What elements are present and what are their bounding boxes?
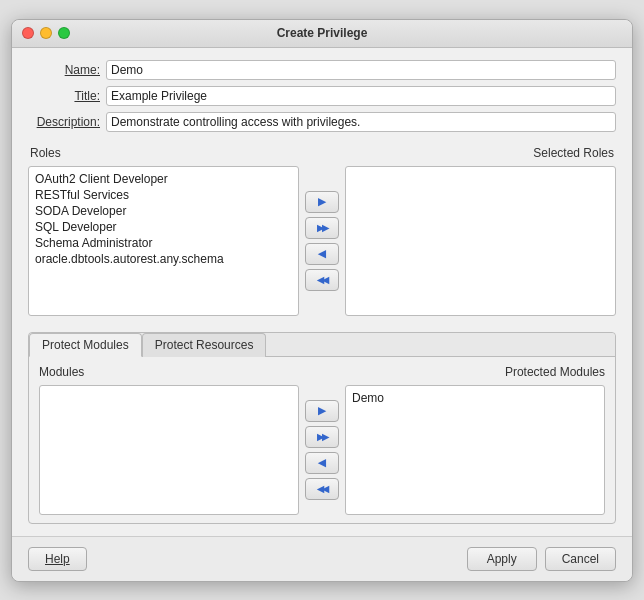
modules-transfer-buttons: [303, 400, 341, 500]
footer-right-buttons: Apply Cancel: [467, 547, 616, 571]
selected-roles-list[interactable]: [345, 166, 616, 316]
window-title: Create Privilege: [277, 26, 368, 40]
tab-bar: Protect Modules Protect Resources: [29, 333, 615, 357]
window-controls: [22, 27, 70, 39]
list-item[interactable]: oracle.dbtools.autorest.any.schema: [31, 251, 296, 267]
description-label: Description:: [28, 115, 100, 129]
footer: Help Apply Cancel: [12, 536, 632, 581]
modules-arrow-left-all-icon: [317, 483, 327, 494]
arrow-left-icon: [318, 248, 326, 259]
move-right-button[interactable]: [305, 191, 339, 213]
main-content: Name: Title: Description: Roles Selected…: [12, 48, 632, 536]
modules-arrow-right-icon: [318, 405, 326, 416]
move-all-right-button[interactable]: [305, 217, 339, 239]
help-button[interactable]: Help: [28, 547, 87, 571]
tabs-section: Protect Modules Protect Resources Module…: [28, 332, 616, 524]
name-input[interactable]: [106, 60, 616, 80]
modules-section-header: Modules Protected Modules: [39, 365, 605, 379]
modules-move-right-button[interactable]: [305, 400, 339, 422]
name-row: Name:: [28, 60, 616, 80]
modules-list[interactable]: [39, 385, 299, 515]
tab-protect-resources[interactable]: Protect Resources: [142, 333, 267, 357]
modules-move-all-left-button[interactable]: [305, 478, 339, 500]
move-left-button[interactable]: [305, 243, 339, 265]
modules-move-left-button[interactable]: [305, 452, 339, 474]
description-input[interactable]: [106, 112, 616, 132]
modules-arrow-right-all-icon: [317, 431, 327, 442]
modules-label: Modules: [39, 365, 84, 379]
arrow-left-all-icon: [317, 274, 327, 285]
roles-label: Roles: [30, 146, 61, 160]
list-item[interactable]: OAuth2 Client Developer: [31, 171, 296, 187]
roles-section-header: Roles Selected Roles: [28, 146, 616, 160]
list-item[interactable]: SODA Developer: [31, 203, 296, 219]
minimize-button[interactable]: [40, 27, 52, 39]
list-item[interactable]: Schema Administrator: [31, 235, 296, 251]
roles-area: OAuth2 Client Developer RESTful Services…: [28, 166, 616, 316]
selected-roles-label: Selected Roles: [533, 146, 614, 160]
move-all-left-button[interactable]: [305, 269, 339, 291]
protected-modules-list[interactable]: Demo: [345, 385, 605, 515]
name-label: Name:: [28, 63, 100, 77]
arrow-right-all-icon: [317, 222, 327, 233]
list-item[interactable]: Demo: [348, 390, 602, 406]
protected-modules-label: Protected Modules: [505, 365, 605, 379]
create-privilege-window: Create Privilege Name: Title: Descriptio…: [11, 19, 633, 582]
arrow-right-icon: [318, 196, 326, 207]
description-row: Description:: [28, 112, 616, 132]
roles-transfer-buttons: [303, 191, 341, 291]
maximize-button[interactable]: [58, 27, 70, 39]
apply-button[interactable]: Apply: [467, 547, 537, 571]
titlebar: Create Privilege: [12, 20, 632, 48]
tab-content: Modules Protected Modules Demo: [29, 357, 615, 523]
roles-list[interactable]: OAuth2 Client Developer RESTful Services…: [28, 166, 299, 316]
list-item[interactable]: SQL Developer: [31, 219, 296, 235]
close-button[interactable]: [22, 27, 34, 39]
title-row: Title:: [28, 86, 616, 106]
modules-move-all-right-button[interactable]: [305, 426, 339, 448]
title-input[interactable]: [106, 86, 616, 106]
cancel-button[interactable]: Cancel: [545, 547, 616, 571]
modules-area: Demo: [39, 385, 605, 515]
title-label: Title:: [28, 89, 100, 103]
list-item[interactable]: RESTful Services: [31, 187, 296, 203]
tab-protect-modules[interactable]: Protect Modules: [29, 333, 142, 357]
modules-arrow-left-icon: [318, 457, 326, 468]
